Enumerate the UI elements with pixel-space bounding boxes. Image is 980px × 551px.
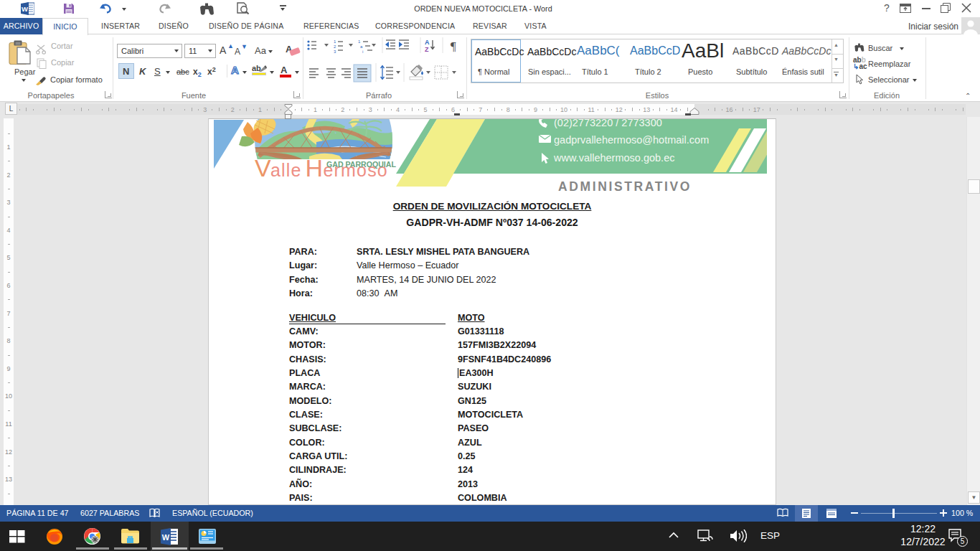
svg-text:www.vallehermoso.gob.ec: www.vallehermoso.gob.ec xyxy=(553,152,674,164)
svg-text:1: 1 xyxy=(358,39,361,44)
svg-text:W: W xyxy=(162,533,170,542)
svg-text:3: 3 xyxy=(334,50,336,54)
svg-text:2: 2 xyxy=(334,44,336,49)
svg-text:W: W xyxy=(22,5,28,13)
svg-text:¶: ¶ xyxy=(451,39,456,53)
svg-text:(02)2773220 / 2773300: (02)2773220 / 2773300 xyxy=(554,119,662,128)
svg-text:Z: Z xyxy=(425,46,429,53)
svg-text:a: a xyxy=(360,44,363,49)
svg-text:GAD PARROQUIAL: GAD PARROQUIAL xyxy=(326,160,396,169)
svg-text:1: 1 xyxy=(334,39,336,44)
svg-text:gadprvallehermoso@hotmail.com: gadprvallehermoso@hotmail.com xyxy=(554,134,709,146)
svg-text:i: i xyxy=(362,50,363,54)
svg-text:A: A xyxy=(425,39,430,46)
svg-text:ADMINISTRATIVO: ADMINISTRATIVO xyxy=(558,179,692,194)
